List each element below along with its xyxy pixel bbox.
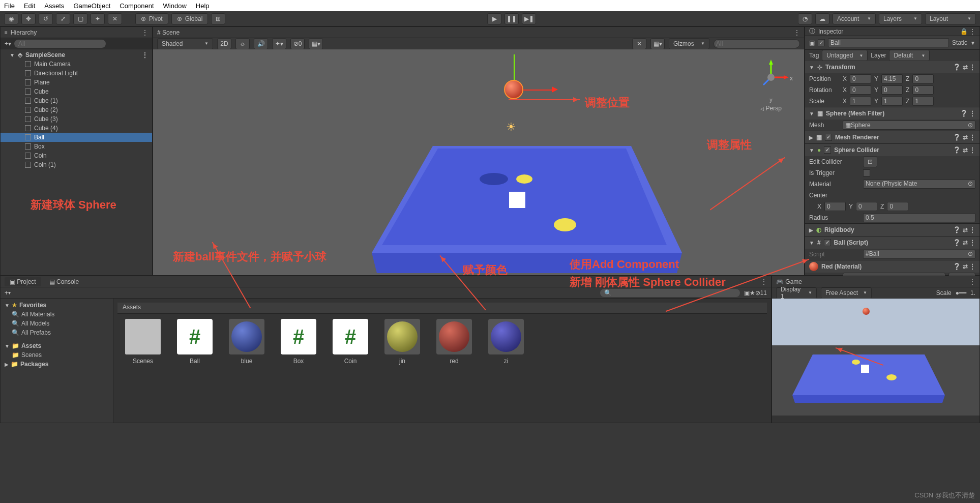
light-toggle[interactable]: ☼ <box>235 38 250 49</box>
console-tab[interactable]: ▤ Console <box>44 277 84 286</box>
game-viewport[interactable] <box>772 299 979 416</box>
scl-x[interactable] <box>850 97 871 106</box>
hierarchy-item[interactable]: Cube (4) <box>1 124 152 133</box>
grid-icon[interactable]: ▦▾ <box>650 38 665 49</box>
rigidbody-header[interactable]: ▶◐Rigidbody❔ ⇄ ⋮ <box>805 224 979 236</box>
trigger-checkbox[interactable] <box>863 169 870 176</box>
breadcrumb[interactable]: Assets <box>117 303 767 314</box>
rect-tool[interactable]: ▢ <box>73 13 87 24</box>
fav-item[interactable]: 🔍All Models <box>3 319 111 328</box>
menu-window[interactable]: Window <box>163 2 187 10</box>
scene-root[interactable]: ▼⬘SampleScene⋮ <box>1 50 152 60</box>
shading-dropdown[interactable]: Shaded <box>157 38 213 49</box>
add-asset-button[interactable]: + <box>5 289 8 297</box>
audio-toggle[interactable]: 🔊 <box>254 38 268 49</box>
persp-label[interactable]: ◁ Persp <box>753 105 789 112</box>
global-toggle[interactable]: ⊕Global <box>171 13 209 24</box>
fav-item[interactable]: 🔍All Materials <box>3 310 111 319</box>
hierarchy-item[interactable]: Main Camera <box>1 60 152 69</box>
orientation-gizmo[interactable]: y x ◁ Persp <box>753 60 789 112</box>
material-header[interactable]: Red (Material)❔ ⇄ ⋮ <box>805 260 979 273</box>
hierarchy-item[interactable]: Plane <box>1 78 152 87</box>
2d-toggle[interactable]: 2D <box>217 38 231 49</box>
favorites-folder[interactable]: ▼★Favorites <box>3 301 111 310</box>
center-x[interactable] <box>824 202 846 211</box>
asset-item[interactable]: zi <box>486 319 526 365</box>
active-checkbox[interactable] <box>818 39 825 46</box>
project-search[interactable] <box>600 289 740 297</box>
asset-item[interactable]: #Coin <box>330 319 371 365</box>
assets-folder[interactable]: ▼📁Assets <box>3 341 111 350</box>
rot-x[interactable] <box>850 85 871 95</box>
play-button[interactable]: ▶ <box>487 13 501 24</box>
display-dropdown[interactable]: Display 1 <box>776 287 817 299</box>
hand-tool[interactable]: ◉ <box>4 13 18 24</box>
fx-toggle[interactable]: ✦▾ <box>272 38 286 49</box>
packages-folder[interactable]: ▶📁Packages <box>3 360 111 369</box>
game-tab[interactable]: 🎮 Game <box>776 278 802 285</box>
physmat-field[interactable]: None (Physic Mate⊙ <box>863 180 975 189</box>
asset-item[interactable]: jin <box>382 319 423 365</box>
step-button[interactable]: ▶❚ <box>522 13 536 24</box>
account-dropdown[interactable]: Account <box>833 13 876 24</box>
collider-header[interactable]: ▼●Sphere Collider❔ ⇄ ⋮ <box>805 144 979 156</box>
transform-tool[interactable]: ✦ <box>91 13 105 24</box>
layer-dropdown[interactable]: Default <box>889 50 930 61</box>
hierarchy-item[interactable]: Cube (2) <box>1 105 152 114</box>
hierarchy-item[interactable]: Cube (1) <box>1 96 152 105</box>
asset-item[interactable]: blue <box>226 319 267 365</box>
hierarchy-search[interactable] <box>14 40 106 48</box>
name-field[interactable] <box>828 38 949 47</box>
filter-icon[interactable]: ▣ <box>744 289 750 297</box>
hierarchy-item[interactable]: Box <box>1 142 152 151</box>
transform-header[interactable]: ▼⊹Transform❔ ⇄ ⋮ <box>805 61 979 73</box>
mesh-field[interactable]: ▦Sphere⊙ <box>843 121 975 130</box>
pos-y[interactable] <box>881 74 903 83</box>
rot-z[interactable] <box>912 85 934 95</box>
hierarchy-item[interactable]: Cube (3) <box>1 114 152 124</box>
pause-button[interactable]: ❚❚ <box>504 13 519 24</box>
hierarchy-item[interactable]: Coin <box>1 151 152 160</box>
menu-help[interactable]: Help <box>196 2 210 10</box>
hierarchy-item[interactable]: Cube <box>1 87 152 96</box>
pos-z[interactable] <box>912 74 934 83</box>
scl-z[interactable] <box>912 97 934 106</box>
scene-tab[interactable]: # Scene <box>157 29 180 36</box>
hidden-toggle[interactable]: ⊘0 <box>290 38 305 49</box>
menu-file[interactable]: File <box>4 2 15 10</box>
radius-field[interactable] <box>863 213 975 222</box>
scene-search[interactable] <box>714 39 800 48</box>
editcollider-button[interactable]: ⊡ <box>863 156 877 167</box>
asset-item[interactable]: #Box <box>278 319 319 365</box>
rot-y[interactable] <box>881 85 903 95</box>
aspect-dropdown[interactable]: Free Aspect <box>821 287 872 299</box>
folder-item[interactable]: 📁Scenes <box>3 350 111 360</box>
menu-gameobject[interactable]: GameObject <box>73 2 110 10</box>
hierarchy-item-selected[interactable]: Ball <box>1 133 152 142</box>
meshfilter-header[interactable]: ▼▦Sphere (Mesh Filter)❔ ⋮ <box>805 107 979 120</box>
tools-icon[interactable]: ✕ <box>632 38 646 49</box>
scl-y[interactable] <box>881 97 903 106</box>
pivot-toggle[interactable]: ⊕Pivot <box>135 13 168 24</box>
asset-item[interactable]: red <box>434 319 474 365</box>
tag-dropdown[interactable]: Untagged <box>822 50 868 61</box>
snap-toggle[interactable]: ⊞ <box>211 13 225 24</box>
hierarchy-item[interactable]: Directional Light <box>1 69 152 78</box>
collider-checkbox[interactable] <box>824 146 831 154</box>
hierarchy-item[interactable]: Coin (1) <box>1 160 152 169</box>
gizmos-dropdown[interactable]: Gizmos <box>669 38 709 49</box>
project-tab[interactable]: ▣ Project <box>5 277 41 286</box>
collab-icon[interactable]: ◔ <box>798 13 812 24</box>
meshrenderer-header[interactable]: ▶▦Mesh Renderer❔ ⇄ ⋮ <box>805 131 979 143</box>
script-header[interactable]: ▼#Ball (Script)❔ ⇄ ⋮ <box>805 236 979 249</box>
scene-viewport[interactable]: ☀ y x ◁ Persp <box>153 49 804 275</box>
renderer-checkbox[interactable] <box>825 134 832 141</box>
static-label[interactable]: Static <box>952 39 967 46</box>
layers-dropdown[interactable]: Layers <box>879 13 922 24</box>
cloud-icon[interactable]: ☁ <box>815 13 829 24</box>
scale-tool[interactable]: ⤢ <box>56 13 70 24</box>
rotate-tool[interactable]: ↺ <box>39 13 53 24</box>
custom-tool[interactable]: ✕ <box>108 13 122 24</box>
center-z[interactable] <box>887 202 908 211</box>
menu-edit[interactable]: Edit <box>24 2 35 10</box>
